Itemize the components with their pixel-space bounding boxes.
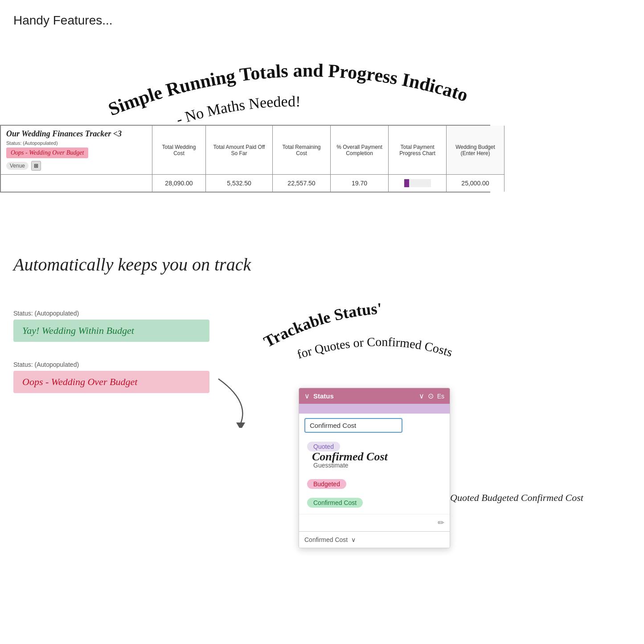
arrow-svg	[205, 374, 276, 428]
header-total-wedding: Total Wedding Cost	[152, 126, 206, 175]
within-budget-box: Yay! Wedding Within Budget	[13, 320, 209, 342]
confirmed-cost-section: Confirmed Cost	[312, 450, 388, 464]
curved-title-section: Simple Running Totals and Progress Indic…	[89, 36, 490, 135]
es-label: Es	[437, 393, 444, 400]
data-row: 28,090.00 5,532.50 22,557.50 19.70 25,00…	[0, 175, 490, 193]
option-tag-confirmed: Confirmed Cost	[307, 498, 363, 508]
data-overall-payment: 19.70	[331, 175, 389, 192]
dropdown-search-input[interactable]	[304, 418, 402, 433]
over-budget-section: Status: (Autopopulated) Oops - Wedding O…	[13, 361, 209, 393]
over-budget-box: Oops - Wedding Over Budget	[13, 371, 209, 393]
trackable-title-text2: for Quotes or Confirmed Costs	[295, 335, 454, 361]
curved-title-svg: Simple Running Totals and Progress Indic…	[89, 36, 490, 134]
data-total-paid: 5,532.50	[206, 175, 273, 192]
within-budget-section: Status: (Autopopulated) Yay! Wedding Wit…	[13, 310, 209, 342]
header-cells: Total Wedding Cost Total Amount Paid Off…	[152, 126, 505, 175]
confirmed-cost-main-text: Confirmed Cost	[312, 450, 388, 464]
option-tag-budgeted: Budgeted	[307, 479, 346, 489]
data-title-cell	[1, 175, 152, 192]
header-total-paid: Total Amount Paid Off So Far	[206, 126, 273, 175]
option-budgeted[interactable]: Budgeted	[299, 475, 450, 493]
header-total-remaining: Total Remaining Cost	[273, 126, 331, 175]
sheet-title: Our Wedding Finances Tracker <3	[6, 129, 147, 139]
dropdown-purple-bar	[299, 404, 450, 414]
eye-icon: ⊙	[428, 392, 434, 400]
data-cells: 28,090.00 5,532.50 22,557.50 19.70 25,00…	[152, 175, 505, 192]
progress-bar-container	[404, 178, 431, 188]
dropdown-edit-row[interactable]: ✏	[299, 514, 450, 531]
spreadsheet-header: Our Wedding Finances Tracker <3 Status: …	[0, 125, 490, 175]
data-total-remaining: 22,557.50	[273, 175, 331, 192]
status-autopopulated-label: Status: (Autopopulated)	[6, 140, 147, 146]
dropdown-header-bar: ∨ Status ∨ ⊙ Es	[299, 388, 450, 404]
header-payment-progress: Total Payment Progress Chart	[389, 126, 447, 175]
option-confirmed-cost[interactable]: Confirmed Cost	[299, 493, 450, 512]
auto-track-heading: Automatically keeps you on track	[13, 254, 251, 275]
edit-pencil-icon[interactable]: ✏	[438, 518, 444, 528]
data-payment-progress	[389, 175, 447, 192]
dropdown-input-row[interactable]	[299, 414, 450, 435]
venue-icon[interactable]: ⊞	[31, 161, 41, 171]
progress-bar-fill	[404, 179, 410, 187]
spreadsheet-section: Our Wedding Finances Tracker <3 Status: …	[0, 125, 490, 193]
header-overall-payment: % Overall Payment Completion	[331, 126, 389, 175]
curved-title-text2: - No Maths Needed!	[174, 93, 301, 128]
trackable-title-svg: Trackable Status' for Quotes or Confirme…	[263, 285, 486, 365]
qbc-label-text: Quoted Budgeted Confirmed Cost	[450, 490, 628, 505]
svg-marker-0	[236, 422, 245, 428]
header-wedding-budget: Wedding Budget (Enter Here)	[447, 126, 505, 175]
data-wedding-budget: 25,000.00	[447, 175, 505, 192]
status-label-within: Status: (Autopopulated)	[13, 310, 209, 317]
venue-row: Venue ⊞	[6, 161, 147, 171]
status-label-over: Status: (Autopopulated)	[13, 361, 209, 368]
dropdown-header-text: Status	[313, 392, 415, 400]
sheet-title-cell: Our Wedding Finances Tracker <3 Status: …	[1, 126, 152, 175]
dropdown-options-list: Quoted Guesstimate Budgeted Confirmed Co…	[299, 435, 450, 514]
progress-bar-bg	[404, 179, 431, 187]
handy-features-heading: Handy Features...	[13, 13, 113, 28]
footer-chevron-icon: ∨	[351, 536, 356, 543]
footer-confirmed-text: Confirmed Cost	[304, 536, 348, 543]
trackable-title-section: Trackable Status' for Quotes or Confirme…	[263, 285, 486, 367]
chevron-down-icon-right: ∨	[419, 392, 424, 400]
venue-tag: Venue	[6, 162, 29, 170]
chevron-down-icon-left: ∨	[304, 392, 310, 400]
over-budget-badge: Oops - Wedding Over Budget	[6, 148, 88, 158]
dropdown-footer-bar: Confirmed Cost ∨	[299, 531, 450, 548]
data-total-wedding: 28,090.00	[152, 175, 206, 192]
dropdown-panel[interactable]: ∨ Status ∨ ⊙ Es Quoted Guesstimate Budge…	[299, 388, 450, 548]
qbc-label-section: Quoted Budgeted Confirmed Cost	[450, 490, 628, 505]
arrow-section	[205, 374, 276, 430]
